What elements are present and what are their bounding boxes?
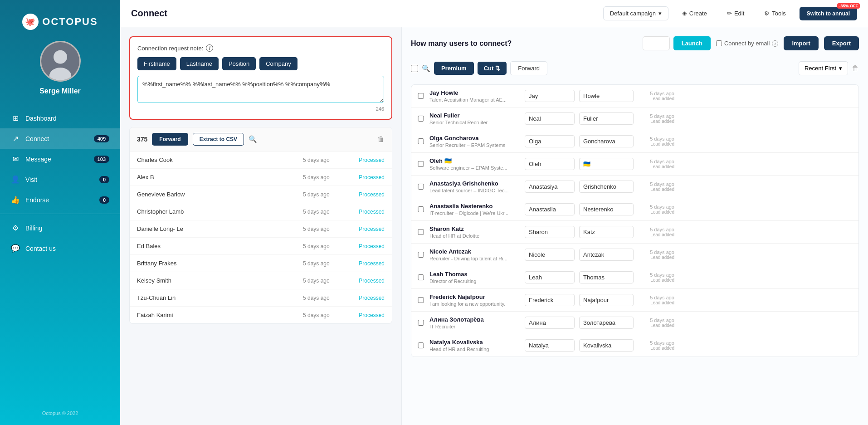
queue-row: Tzu-Chuan Lin 5 days ago Processed: [130, 289, 392, 307]
recent-first-dropdown[interactable]: Recent First ▾: [799, 61, 848, 75]
sidebar-item-label: Connect: [25, 135, 88, 142]
lastname-input[interactable]: [579, 339, 634, 352]
lead-checkbox[interactable]: [417, 229, 425, 235]
delete-icon[interactable]: 🗑: [377, 135, 385, 143]
lead-lastname: [579, 249, 634, 261]
lead-lastname: [579, 90, 634, 102]
dashboard-icon: ⊞: [11, 114, 20, 122]
launch-button[interactable]: Launch: [673, 36, 711, 50]
lastname-input[interactable]: [579, 294, 634, 306]
firstname-input[interactable]: [525, 203, 575, 215]
page-title: Connect: [131, 8, 596, 19]
firstname-input[interactable]: [525, 158, 575, 170]
leads-delete-icon[interactable]: 🗑: [852, 64, 859, 73]
sidebar-item-message[interactable]: ✉ Message 103: [0, 149, 120, 169]
company-tag-button[interactable]: Company: [259, 57, 297, 70]
launch-count-input[interactable]: [643, 36, 670, 50]
sidebar-item-contact-us[interactable]: 💬 Contact us: [0, 238, 120, 259]
search-icon[interactable]: 🔍: [249, 135, 257, 143]
lead-checkbox[interactable]: [417, 320, 425, 326]
extract-csv-button[interactable]: Extract to CSV: [193, 133, 244, 146]
lastname-input[interactable]: [579, 90, 634, 102]
firstname-input[interactable]: [525, 317, 575, 329]
connect-email-checkbox[interactable]: [716, 40, 722, 46]
lead-row: Anastasiya Grishchenko Lead talent sourc…: [411, 176, 858, 198]
firstname-input[interactable]: [525, 135, 575, 147]
lastname-input[interactable]: [579, 112, 634, 125]
lead-row: Olga Goncharova Senior Recruiter – EPAM …: [411, 130, 858, 153]
lead-checkbox[interactable]: [417, 138, 425, 144]
firstname-input[interactable]: [525, 226, 575, 238]
search-leads-icon[interactable]: 🔍: [422, 64, 430, 73]
lead-checkbox[interactable]: [417, 116, 425, 122]
firstname-input[interactable]: [525, 339, 575, 352]
firstname-input[interactable]: [525, 90, 575, 102]
lastname-input[interactable]: [579, 317, 634, 329]
lead-time: 5 days ago Lead added: [638, 136, 674, 147]
lead-row: Oleh 🇺🇦 Software engineer – EPAM Syste..…: [411, 153, 858, 176]
lastname-input[interactable]: [579, 203, 634, 215]
lead-lastname: [579, 158, 634, 170]
premium-button[interactable]: Premium: [434, 62, 474, 75]
edit-button[interactable]: ✏ Edit: [721, 7, 751, 20]
lead-time: 5 days ago Lead added: [638, 204, 674, 215]
sidebar-username: Serge Miller: [39, 87, 81, 95]
lastname-input[interactable]: [579, 135, 634, 147]
sidebar-item-dashboard[interactable]: ⊞ Dashboard: [0, 108, 120, 128]
sidebar-logo: 🐙 OCTOPUS: [22, 14, 98, 30]
lastname-input[interactable]: [579, 249, 634, 261]
lead-checkbox[interactable]: [417, 161, 425, 167]
lead-time: 5 days ago Lead added: [638, 318, 674, 328]
lead-checkbox[interactable]: [417, 206, 425, 212]
note-textarea[interactable]: %%first_name%% %%last_name%% %%position%…: [137, 76, 384, 103]
cut-button[interactable]: Cut ⇅: [478, 62, 507, 75]
lead-firstname: [525, 249, 575, 261]
forward-leads-button[interactable]: Forward: [510, 61, 547, 75]
chevron-down-icon: ▾: [658, 10, 662, 17]
lead-lastname: [579, 271, 634, 283]
forward-button[interactable]: Forward: [152, 133, 188, 146]
queue-list: Charles Cook 5 days ago Processed Alex B…: [130, 151, 392, 323]
lead-time: 5 days ago Lead added: [638, 272, 674, 283]
svg-point-1: [54, 50, 67, 64]
create-button[interactable]: ⊕ Create: [676, 7, 713, 20]
lead-checkbox[interactable]: [417, 93, 425, 99]
firstname-input[interactable]: [525, 181, 575, 193]
sidebar-item-label: Endorse: [25, 196, 94, 204]
position-tag-button[interactable]: Position: [222, 57, 256, 70]
lead-checkbox[interactable]: [417, 184, 425, 190]
firstname-input[interactable]: [525, 112, 575, 125]
lead-lastname: [579, 203, 634, 215]
campaign-dropdown[interactable]: Default campaign ▾: [603, 6, 668, 20]
lastname-tag-button[interactable]: Lastname: [180, 57, 219, 70]
left-panel: Connection request note: i Firstname Las…: [120, 27, 401, 425]
lastname-input[interactable]: [579, 158, 634, 170]
lastname-input[interactable]: [579, 226, 634, 238]
firstname-input[interactable]: [525, 249, 575, 261]
char-count: 246: [137, 106, 384, 112]
sidebar-item-billing[interactable]: ⚙ Billing: [0, 218, 120, 238]
firstname-tag-button[interactable]: Firstname: [137, 57, 176, 70]
connect-badge: 409: [94, 135, 109, 142]
switch-annual-button[interactable]: -35% OFF Switch to annual: [800, 7, 857, 20]
lead-checkbox[interactable]: [417, 252, 425, 258]
lead-checkbox[interactable]: [417, 274, 425, 280]
lead-person: Natalya Kovalivska Head of HR and Recrui…: [429, 339, 520, 352]
export-button[interactable]: Export: [824, 36, 859, 50]
sidebar-item-connect[interactable]: ↗ Connect 409: [0, 128, 120, 149]
sidebar-item-visit[interactable]: 👤 Visit 0: [0, 169, 120, 190]
import-button[interactable]: Import: [784, 36, 818, 50]
connect-email-label[interactable]: Connect by email i: [716, 40, 778, 47]
queue-row: Danielle Long- Le 5 days ago Processed: [130, 220, 392, 238]
queue-row: Ed Bales 5 days ago Processed: [130, 238, 392, 255]
sidebar-item-endorse[interactable]: 👍 Endorse 0: [0, 190, 120, 210]
tools-button[interactable]: ⚙ Tools: [758, 7, 792, 20]
lastname-input[interactable]: [579, 181, 634, 193]
firstname-input[interactable]: [525, 271, 575, 283]
lastname-input[interactable]: [579, 271, 634, 283]
firstname-input[interactable]: [525, 294, 575, 306]
lead-checkbox[interactable]: [417, 342, 425, 348]
lead-checkbox[interactable]: [417, 297, 425, 303]
queue-row: Faizah Karimi 5 days ago Processed: [130, 307, 392, 323]
select-all-checkbox[interactable]: [411, 65, 418, 72]
